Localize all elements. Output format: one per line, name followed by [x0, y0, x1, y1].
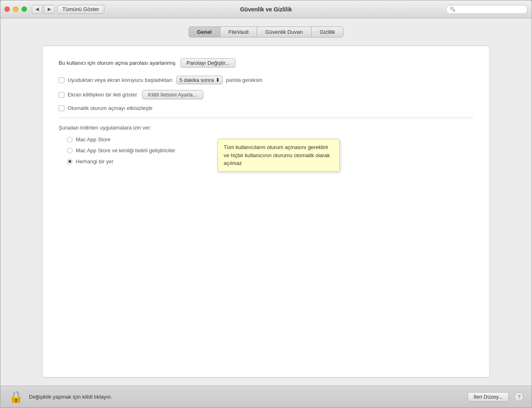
sleep-dropdown[interactable]: 5 dakika sonra ⬍: [176, 76, 223, 84]
forward-button[interactable]: ▶: [44, 5, 55, 14]
maximize-button[interactable]: [22, 7, 27, 12]
section-divider: [59, 118, 473, 118]
lock-message-row: Ekran kilitliyken bir ileti göster Kilit…: [59, 90, 473, 99]
downloads-section-label: Şuradan indirilen uygulamalara izin ver:: [59, 125, 473, 131]
set-message-button[interactable]: Kilitli İletisini Ayarla...: [142, 90, 203, 99]
footer: 🔒 Değişiklik yapmak için kilidi tıklayın…: [0, 386, 532, 408]
search-icon: 🔍: [450, 7, 455, 12]
change-password-button[interactable]: Parolayı Değiştir...: [180, 58, 236, 68]
radio-anywhere[interactable]: [67, 159, 73, 165]
password-row: Bu kullanıcı için oturum açma parolası a…: [59, 58, 473, 68]
sleep-checkbox[interactable]: [59, 77, 64, 83]
auto-login-label: Otomatik oturum açmayı etkisizleştir: [68, 105, 153, 111]
footer-lock-text: Değişiklik yapmak için kilidi tıklayın.: [29, 394, 462, 400]
radio-mac-app-store-developers-label: Mac App Store ve kimliği belirli gelişti…: [76, 147, 175, 154]
auto-login-row: Otomatik oturum açmayı etkisizleştir: [59, 105, 473, 111]
password-label: Bu kullanıcı için oturum açma parolası a…: [59, 60, 176, 66]
radio-mac-app-store-developers[interactable]: [67, 148, 73, 154]
window: ◀ ▶ Tümünü Göster Güvenlik ve Gizlilik 🔍…: [0, 0, 532, 408]
lock-message-label: Ekran kilitliyken bir ileti göster: [68, 92, 137, 98]
tooltip: Tüm kullanıcıların oturum açmasını gerek…: [218, 139, 340, 172]
sleep-label-pre: Uyuduktan veya ekran koruyucu başladıkta…: [68, 77, 173, 83]
tab-filevault[interactable]: FileVault: [220, 26, 257, 37]
content-area: Genel FileVault Güvenlik Duvarı Gizlilik…: [0, 18, 532, 386]
main-panel: Bu kullanıcı için oturum açma parolası a…: [42, 46, 490, 377]
auto-login-checkbox[interactable]: [59, 105, 64, 111]
titlebar: ◀ ▶ Tümünü Göster Güvenlik ve Gizlilik 🔍: [0, 0, 532, 18]
show-all-button[interactable]: Tümünü Göster: [57, 5, 104, 14]
advanced-button[interactable]: İleri Düzey...: [468, 392, 509, 401]
back-button[interactable]: ◀: [32, 5, 42, 14]
sleep-dropdown-arrow-icon: ⬍: [215, 77, 220, 83]
window-title: Güvenlik ve Gizlilik: [240, 6, 292, 13]
sleep-dropdown-value: 5 dakika sonra: [179, 77, 214, 83]
search-box[interactable]: 🔍: [446, 5, 528, 14]
tab-guvenlik-duvari[interactable]: Güvenlik Duvarı: [257, 26, 311, 37]
tab-genel[interactable]: Genel: [189, 26, 220, 37]
radio-mac-app-store[interactable]: [67, 137, 73, 143]
tabs: Genel FileVault Güvenlik Duvarı Gizlilik: [189, 26, 344, 37]
lock-message-checkbox[interactable]: [59, 92, 64, 98]
tab-gizlilik[interactable]: Gizlilik: [311, 26, 344, 37]
radio-mac-app-store-label: Mac App Store: [76, 136, 110, 143]
sleep-label-post: parola gereksin: [226, 77, 262, 83]
lock-icon[interactable]: 🔒: [9, 390, 23, 404]
sleep-row: Uyuduktan veya ekran koruyucu başladıkta…: [59, 76, 473, 84]
search-input[interactable]: [457, 7, 524, 12]
nav-buttons: ◀ ▶: [32, 5, 55, 14]
help-button[interactable]: ?: [514, 393, 523, 401]
tooltip-text: Tüm kullanıcıların oturum açmasını gerek…: [224, 144, 330, 166]
minimize-button[interactable]: [13, 7, 18, 12]
close-button[interactable]: [4, 7, 10, 12]
radio-anywhere-label: Herhangi bir yer: [76, 158, 114, 165]
traffic-lights: [4, 7, 27, 12]
